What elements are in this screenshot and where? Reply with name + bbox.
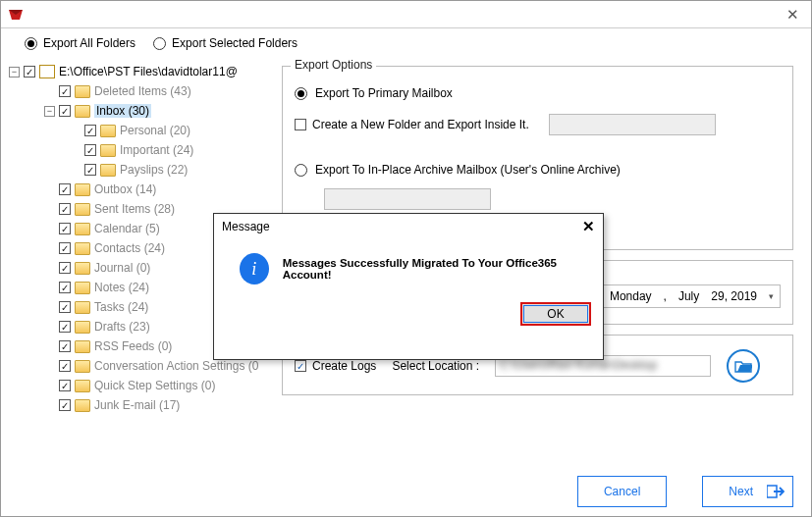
date-picker[interactable]: Monday , July 29, 2019 ▾ <box>603 284 781 308</box>
checkbox[interactable] <box>59 340 71 352</box>
export-primary-radio[interactable]: Export To Primary Mailbox <box>295 86 781 100</box>
checkbox[interactable] <box>84 144 96 156</box>
checkbox[interactable] <box>59 183 71 195</box>
tree-item[interactable]: Deleted Items (43) <box>5 81 274 101</box>
titlebar: ✕ <box>1 1 811 28</box>
tree-item[interactable]: Personal (20) <box>5 121 274 140</box>
folder-icon <box>75 360 90 373</box>
toggle-spacer <box>44 302 55 313</box>
tree-item-label: Drafts (23) <box>94 320 150 334</box>
inplace-extra-row <box>295 188 781 210</box>
collapse-icon[interactable]: − <box>9 67 20 78</box>
cancel-label: Cancel <box>604 485 640 498</box>
tree-item[interactable]: Quick Step Settings (0) <box>5 376 274 395</box>
checkbox[interactable] <box>84 125 96 136</box>
folder-icon <box>75 399 90 412</box>
tree-root[interactable]: − E:\Office\PST Files\davidtolar11@ <box>5 62 274 81</box>
toggle-spacer <box>44 204 55 215</box>
toggle-spacer <box>44 283 55 293</box>
toggle-spacer <box>44 243 55 254</box>
tree-item[interactable]: Payslips (22) <box>5 160 274 180</box>
dialog-title: Message <box>222 220 270 233</box>
toggle-spacer <box>70 165 81 176</box>
checkbox[interactable] <box>59 262 71 274</box>
checkbox[interactable] <box>59 399 71 411</box>
dialog-close-icon[interactable]: ✕ <box>582 218 595 235</box>
scope-toolbar: Export All Folders Export Selected Folde… <box>1 28 811 58</box>
tree-item-label: Personal (20) <box>120 124 190 137</box>
checkbox[interactable] <box>59 242 71 254</box>
new-folder-name-input[interactable] <box>549 114 716 135</box>
radio-dot-icon <box>295 164 307 177</box>
checkbox[interactable] <box>59 223 71 234</box>
date-sep: , <box>664 289 667 303</box>
checkbox[interactable] <box>24 66 35 78</box>
export-selected-radio[interactable]: Export Selected Folders <box>153 36 298 50</box>
ok-label: OK <box>547 307 564 321</box>
date-weekday: Monday <box>610 289 652 303</box>
inplace-folder-input[interactable] <box>324 188 491 210</box>
radio-dot-icon <box>153 37 166 50</box>
tree-item-label: Sent Items (28) <box>94 202 175 216</box>
export-all-radio[interactable]: Export All Folders <box>25 36 135 50</box>
toggle-spacer <box>44 361 55 372</box>
cancel-button[interactable]: Cancel <box>577 476 667 507</box>
toggle-spacer <box>44 400 55 411</box>
checkbox[interactable] <box>59 360 71 372</box>
checkbox[interactable] <box>59 203 71 215</box>
tree-item-label: Important (24) <box>120 143 193 157</box>
folder-icon <box>75 301 90 314</box>
checkbox-icon <box>295 360 306 372</box>
toggle-spacer <box>44 224 55 234</box>
tree-item-label: Inbox (30) <box>94 104 151 118</box>
tree-item-label: Payslips (22) <box>120 163 188 177</box>
toggle-spacer <box>44 263 55 274</box>
toggle-spacer <box>44 184 55 195</box>
toggle-spacer <box>44 86 55 97</box>
export-options-title: Export Options <box>291 58 376 72</box>
folder-icon <box>75 282 90 294</box>
export-all-label: Export All Folders <box>43 36 135 50</box>
tree-item-label: RSS Feeds (0) <box>94 339 172 353</box>
radio-dot-icon <box>25 37 37 50</box>
tree-item-label: Journal (0) <box>94 261 150 275</box>
folder-icon <box>75 262 90 275</box>
export-inplace-radio[interactable]: Export To In-Place Archive Mailbox (User… <box>295 163 781 177</box>
checkbox[interactable] <box>59 105 71 117</box>
checkbox[interactable] <box>59 301 71 313</box>
tree-item[interactable]: Junk E-mail (17) <box>5 395 274 415</box>
tree-item-label: Notes (24) <box>94 281 149 294</box>
message-dialog: Message ✕ i Messages Successfully Migrat… <box>213 213 604 360</box>
next-button[interactable]: Next <box>702 476 793 507</box>
create-new-folder-checkbox[interactable]: Create a New Folder and Export Inside It… <box>295 118 529 131</box>
browse-folder-button[interactable] <box>727 349 760 383</box>
checkbox[interactable] <box>59 85 71 97</box>
toggle-spacer <box>70 145 81 156</box>
tree-item-label: Contacts (24) <box>94 241 165 255</box>
collapse-icon[interactable]: − <box>44 106 55 117</box>
app-icon <box>7 6 25 24</box>
next-label: Next <box>729 485 753 498</box>
folder-icon <box>75 203 90 216</box>
folder-open-icon <box>734 359 752 373</box>
export-primary-label: Export To Primary Mailbox <box>315 86 453 100</box>
window-close-icon[interactable]: ✕ <box>781 4 805 26</box>
checkbox[interactable] <box>59 282 71 293</box>
tree-item[interactable]: Important (24) <box>5 140 274 160</box>
ok-button[interactable]: OK <box>520 302 591 326</box>
checkbox[interactable] <box>59 321 71 333</box>
tree-item-label: Deleted Items (43) <box>94 84 191 98</box>
toggle-spacer <box>44 341 55 352</box>
create-logs-checkbox[interactable]: Create Logs <box>295 359 376 373</box>
checkbox-icon <box>295 119 306 130</box>
export-selected-label: Export Selected Folders <box>172 36 298 50</box>
tree-root-label: E:\Office\PST Files\davidtolar11@ <box>59 65 238 78</box>
checkbox[interactable] <box>84 164 96 176</box>
tree-item[interactable]: −Inbox (30) <box>5 101 274 121</box>
date-month: July <box>678 289 699 303</box>
folder-icon <box>100 164 116 177</box>
checkbox[interactable] <box>59 380 71 391</box>
tree-item[interactable]: Outbox (14) <box>5 180 274 199</box>
date-day: 29, 2019 <box>711 289 757 303</box>
create-logs-label: Create Logs <box>312 359 376 373</box>
